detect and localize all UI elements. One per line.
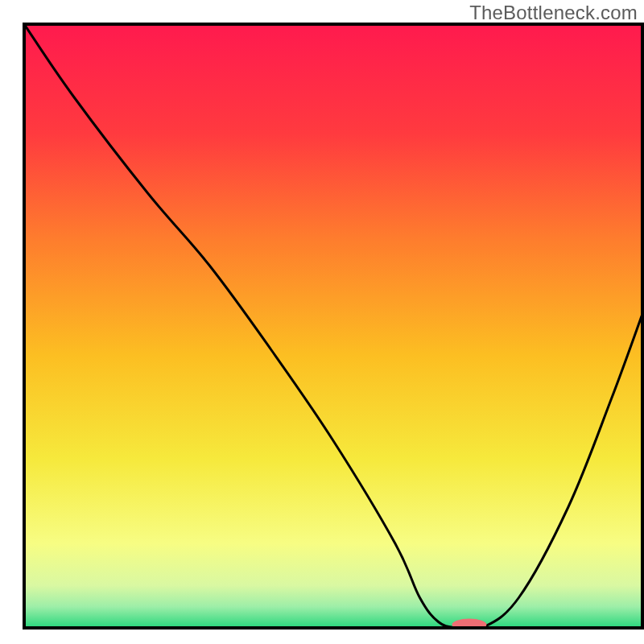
chart-stage: TheBottleneck.com xyxy=(0,0,644,644)
plot-background xyxy=(24,24,642,628)
watermark-text: TheBottleneck.com xyxy=(469,2,638,24)
bottleneck-chart xyxy=(0,0,644,644)
